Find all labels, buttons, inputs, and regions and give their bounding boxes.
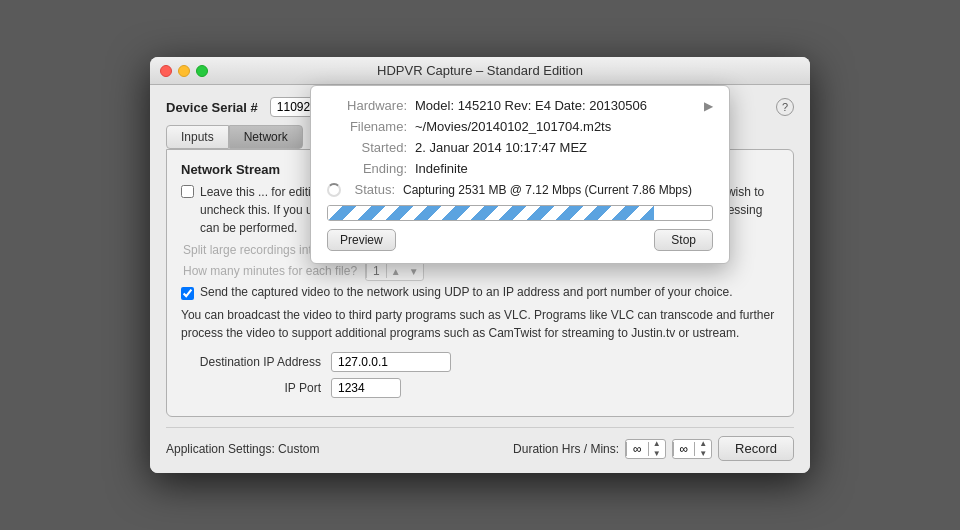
duration-hrs-down[interactable]: ▼ bbox=[649, 449, 665, 459]
progress-bar-container bbox=[327, 205, 713, 221]
ip-port-label: IP Port bbox=[181, 381, 321, 395]
popup-started-value: 2. Januar 2014 10:17:47 MEZ bbox=[415, 140, 587, 155]
duration-section: Duration Hrs / Mins: ∞ ▲ ▼ ∞ ▲ ▼ Record bbox=[513, 436, 794, 461]
spinner-icon bbox=[327, 183, 341, 197]
popup-ending-value: Indefinite bbox=[415, 161, 468, 176]
split-minutes-row: How many minutes for each file? 1 ▲ ▼ bbox=[181, 261, 779, 281]
help-icon[interactable]: ? bbox=[776, 98, 794, 116]
duration-mins-stepper[interactable]: ∞ ▲ ▼ bbox=[672, 439, 712, 459]
duration-hrs-stepper[interactable]: ∞ ▲ ▼ bbox=[625, 439, 665, 459]
popup-buttons: Preview Stop bbox=[327, 229, 713, 251]
traffic-lights bbox=[160, 65, 208, 77]
device-serial-label: Device Serial # bbox=[166, 100, 258, 115]
preview-button[interactable]: Preview bbox=[327, 229, 396, 251]
popup-arrow-icon: ▶ bbox=[704, 99, 713, 113]
split-minutes-value: 1 bbox=[366, 264, 387, 278]
popup-status-row: Status: Capturing 2531 MB @ 7.12 Mbps (C… bbox=[327, 182, 713, 197]
duration-label: Duration Hrs / Mins: bbox=[513, 442, 619, 456]
popup-filename-value: ~/Movies/20140102_101704.m2ts bbox=[415, 119, 611, 134]
duration-hrs-up[interactable]: ▲ bbox=[649, 439, 665, 449]
duration-hrs-value: ∞ bbox=[626, 442, 649, 456]
dest-ip-row: Destination IP Address bbox=[181, 352, 779, 372]
store-video-checkbox[interactable] bbox=[181, 185, 194, 198]
duration-mins-value: ∞ bbox=[673, 442, 696, 456]
title-bar: HDPVR Capture – Standard Edition bbox=[150, 57, 810, 85]
udp-text: Send the captured video to the network u… bbox=[200, 285, 733, 299]
bottom-bar: Application Settings: Custom Duration Hr… bbox=[166, 427, 794, 461]
broadcast-desc: You can broadcast the video to third par… bbox=[181, 306, 779, 342]
duration-mins-down[interactable]: ▼ bbox=[695, 449, 711, 459]
minimize-button[interactable] bbox=[178, 65, 190, 77]
main-window: HDPVR Capture – Standard Edition Device … bbox=[150, 57, 810, 473]
tab-inputs[interactable]: Inputs bbox=[166, 125, 229, 149]
stepper-up[interactable]: ▲ bbox=[387, 266, 405, 277]
ip-port-input[interactable] bbox=[331, 378, 401, 398]
stop-button[interactable]: Stop bbox=[654, 229, 713, 251]
capture-popup: Hardware: Model: 145210 Rev: E4 Date: 20… bbox=[310, 85, 730, 264]
window-title: HDPVR Capture – Standard Edition bbox=[377, 63, 583, 78]
popup-status-label: Status: bbox=[345, 182, 395, 197]
popup-status-value: Capturing 2531 MB @ 7.12 Mbps (Current 7… bbox=[403, 183, 692, 197]
popup-ending-label: Ending: bbox=[327, 161, 407, 176]
duration-mins-up[interactable]: ▲ bbox=[695, 439, 711, 449]
popup-filename-label: Filename: bbox=[327, 119, 407, 134]
dest-ip-label: Destination IP Address bbox=[181, 355, 321, 369]
popup-hardware-label: Hardware: bbox=[327, 98, 407, 113]
split-minutes-stepper[interactable]: 1 ▲ ▼ bbox=[365, 261, 424, 281]
udp-checkbox[interactable] bbox=[181, 287, 194, 300]
udp-row: Send the captured video to the network u… bbox=[181, 285, 779, 300]
dest-ip-input[interactable] bbox=[331, 352, 451, 372]
progress-bar bbox=[328, 206, 654, 220]
popup-hardware-row: Hardware: Model: 145210 Rev: E4 Date: 20… bbox=[327, 98, 713, 113]
stepper-down[interactable]: ▼ bbox=[405, 266, 423, 277]
close-button[interactable] bbox=[160, 65, 172, 77]
app-settings-text: Application Settings: Custom bbox=[166, 442, 319, 456]
popup-started-label: Started: bbox=[327, 140, 407, 155]
split-minutes-label: How many minutes for each file? bbox=[183, 264, 357, 278]
ip-port-row: IP Port bbox=[181, 378, 779, 398]
maximize-button[interactable] bbox=[196, 65, 208, 77]
popup-filename-row: Filename: ~/Movies/20140102_101704.m2ts bbox=[327, 119, 713, 134]
popup-ending-row: Ending: Indefinite bbox=[327, 161, 713, 176]
record-button[interactable]: Record bbox=[718, 436, 794, 461]
popup-hardware-value: Model: 145210 Rev: E4 Date: 20130506 bbox=[415, 98, 647, 113]
popup-started-row: Started: 2. Januar 2014 10:17:47 MEZ bbox=[327, 140, 713, 155]
tab-network[interactable]: Network bbox=[229, 125, 303, 149]
